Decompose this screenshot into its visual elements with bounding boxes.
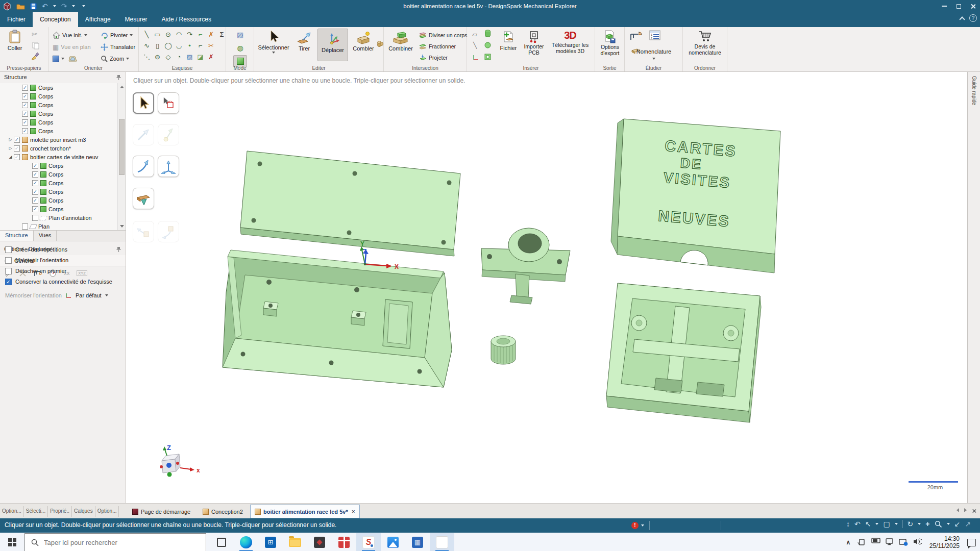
option-checkbox[interactable] bbox=[5, 257, 12, 264]
combine-button[interactable]: Combiner bbox=[385, 31, 416, 52]
guide-rapide-strip[interactable]: Guide rapide bbox=[967, 72, 980, 503]
zoom-button[interactable]: Zoom bbox=[101, 54, 129, 63]
menu-tab[interactable]: Fichier bbox=[0, 12, 33, 27]
option-checkbox[interactable] bbox=[5, 279, 12, 285]
designspark-mechanical[interactable] bbox=[430, 533, 454, 551]
body-box-cross[interactable] bbox=[606, 283, 761, 422]
body-lid-engraved[interactable]: CARTES DE VISITES NEUVES bbox=[611, 119, 780, 273]
fill-sketch-icon[interactable]: ▨ bbox=[185, 52, 194, 62]
spin-icon[interactable]: ↕ bbox=[846, 520, 850, 528]
equation-icon[interactable]: Σ bbox=[217, 30, 227, 39]
tree-row[interactable]: Corps bbox=[0, 92, 126, 101]
prev-tab-icon[interactable] bbox=[957, 508, 959, 512]
start-button[interactable] bbox=[0, 533, 24, 551]
tree-row[interactable]: ▷ crochet torchon* bbox=[0, 144, 126, 153]
project-button[interactable]: Projeter bbox=[419, 54, 448, 61]
rectangle-icon[interactable]: ▭ bbox=[153, 30, 162, 39]
tree-row[interactable]: Corps bbox=[0, 187, 126, 196]
battery-icon[interactable] bbox=[871, 538, 880, 547]
select-tool-button[interactable]: Sélectionner bbox=[256, 30, 291, 54]
select-cursor-icon[interactable]: ↖ bbox=[865, 520, 871, 528]
doc-tab-close-icon[interactable]: × bbox=[352, 508, 355, 515]
translater-button[interactable]: Translater bbox=[101, 42, 135, 52]
sweep-arc-icon[interactable]: ◡ bbox=[174, 41, 184, 51]
insert-cylinder-icon[interactable] bbox=[484, 30, 491, 38]
microsoft-store[interactable]: ⊞ bbox=[258, 533, 283, 551]
visibility-checkbox[interactable] bbox=[32, 206, 38, 212]
help-icon[interactable]: ? bbox=[969, 14, 977, 22]
cut-icon[interactable]: ✂ bbox=[32, 30, 38, 38]
three-point-rect-icon[interactable]: ▯ bbox=[153, 41, 162, 51]
fly-forward-icon[interactable]: ↗ bbox=[965, 520, 971, 528]
body-box-open[interactable] bbox=[223, 250, 452, 387]
three-point-circle-icon[interactable]: ◯ bbox=[163, 41, 173, 51]
orientation-triad[interactable]: Z x bbox=[160, 444, 200, 477]
restore-button[interactable] bbox=[951, 0, 966, 12]
insert-file-button[interactable]: Fichier bbox=[497, 31, 520, 51]
visibility-checkbox[interactable] bbox=[22, 119, 28, 126]
bom-quote-button[interactable]: Devis de nomenclature bbox=[684, 30, 725, 56]
visibility-checkbox[interactable] bbox=[32, 171, 38, 178]
task-view[interactable] bbox=[209, 533, 234, 551]
tree-row[interactable]: ▷ molette pour insert m3 bbox=[0, 135, 126, 144]
panel-bottom-tab[interactable]: Proprié.. bbox=[48, 506, 72, 517]
insert-sphere-icon[interactable] bbox=[484, 42, 491, 48]
body-lid-flat[interactable] bbox=[240, 151, 460, 256]
expander-icon[interactable]: ▷ bbox=[7, 146, 14, 151]
chamfer-icon[interactable]: ⌐ bbox=[195, 41, 205, 51]
visibility-checkbox[interactable] bbox=[22, 85, 28, 91]
photos[interactable] bbox=[381, 533, 405, 551]
scrollbar-thumb[interactable] bbox=[119, 119, 125, 175]
utility-app[interactable] bbox=[307, 533, 332, 551]
selection-box-icon[interactable]: ▢ bbox=[883, 520, 890, 528]
panel-tab[interactable]: Structure bbox=[0, 231, 34, 241]
option-row[interactable]: Créer des répétitions bbox=[5, 244, 131, 255]
taskbar-search[interactable] bbox=[24, 533, 206, 551]
sketch-mode-icon[interactable]: ▨ bbox=[233, 29, 247, 41]
panel-bottom-tab[interactable]: Calques bbox=[72, 506, 95, 517]
collapse-ribbon-icon[interactable] bbox=[959, 16, 965, 22]
option-checkbox[interactable] bbox=[5, 246, 12, 253]
pin-icon[interactable] bbox=[116, 74, 121, 81]
visibility-checkbox[interactable] bbox=[22, 111, 28, 117]
expander-icon[interactable]: ◢ bbox=[7, 155, 14, 159]
tree-row[interactable]: Corps bbox=[0, 118, 126, 127]
close-tab-icon[interactable] bbox=[972, 509, 976, 513]
default-dropdown-icon[interactable] bbox=[105, 294, 108, 296]
undo-select-icon[interactable]: ↶ bbox=[854, 520, 861, 528]
format-painter-icon[interactable] bbox=[31, 52, 39, 60]
bom-dropdown-icon[interactable] bbox=[652, 58, 655, 60]
insert-line-icon[interactable]: ╲ bbox=[473, 42, 477, 49]
menu-tab[interactable]: Conception bbox=[33, 12, 78, 27]
taskbar-clock[interactable]: 14:30 25/11/2025 bbox=[926, 535, 963, 549]
copy-icon[interactable] bbox=[32, 41, 40, 49]
arc-center-icon[interactable]: ◔ bbox=[174, 52, 184, 62]
insert-axis-icon[interactable] bbox=[473, 54, 479, 61]
pivoter-button[interactable]: Pivoter bbox=[101, 31, 133, 40]
close-button[interactable] bbox=[966, 0, 980, 12]
scroll-up-icon[interactable] bbox=[120, 86, 124, 88]
memorize-orientation-row[interactable]: Mémoriser l'orientation Par défaut bbox=[5, 290, 131, 301]
visibility-checkbox[interactable] bbox=[14, 154, 20, 160]
tangent-line-icon[interactable]: ∿ bbox=[142, 41, 152, 51]
panel-bottom-tab[interactable]: Option... bbox=[0, 506, 24, 517]
error-dropdown-icon[interactable] bbox=[641, 524, 644, 527]
menu-tab[interactable]: Affichage bbox=[78, 12, 118, 27]
menu-tab[interactable]: Aide / Ressources bbox=[155, 12, 218, 27]
split-icon[interactable]: ✂ bbox=[206, 41, 216, 51]
designspark-pcb[interactable]: S bbox=[356, 533, 381, 551]
fill-tool-button[interactable]: Combler bbox=[350, 31, 377, 52]
tree-row[interactable]: Corps bbox=[0, 179, 126, 187]
expander-icon[interactable]: ▷ bbox=[7, 137, 14, 142]
visibility-checkbox[interactable] bbox=[22, 102, 28, 108]
tree-row[interactable]: Plan bbox=[0, 222, 126, 230]
option-row[interactable]: Maintenir l'orientation bbox=[5, 255, 131, 265]
insert-plane-icon[interactable]: ▱ bbox=[472, 31, 477, 38]
calculator[interactable]: ▦ bbox=[405, 533, 430, 551]
import-pcb-button[interactable]: Importer PCB bbox=[522, 31, 546, 56]
delete-sketch-icon[interactable]: ✗ bbox=[206, 52, 216, 62]
next-tab-icon[interactable] bbox=[964, 508, 967, 512]
tree-row[interactable]: Corps bbox=[0, 101, 126, 109]
spline-icon[interactable]: ↷ bbox=[185, 30, 194, 39]
file-explorer[interactable] bbox=[283, 533, 307, 551]
